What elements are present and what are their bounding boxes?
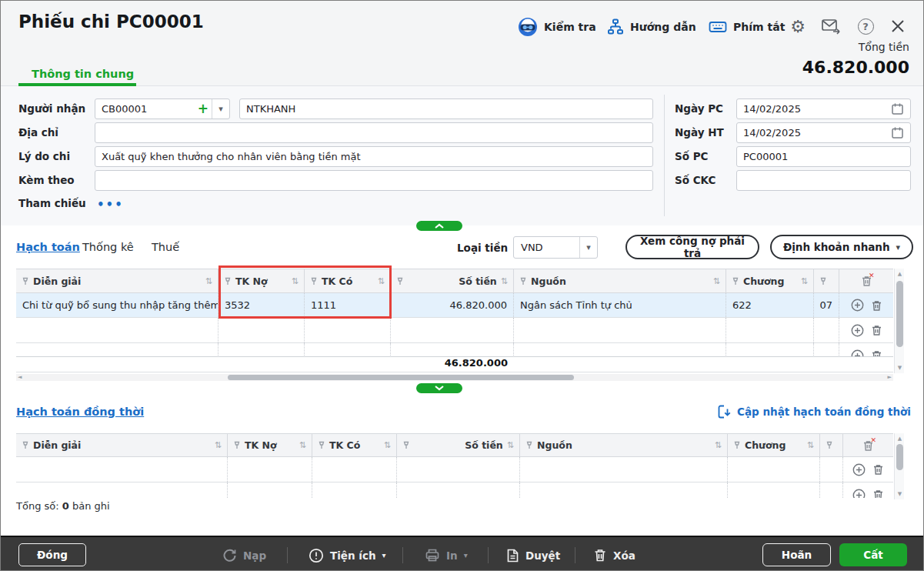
attachment-field[interactable]: [95, 170, 653, 191]
calendar-icon[interactable]: [891, 126, 904, 139]
accounting-row-empty[interactable]: [16, 318, 893, 343]
simultaneous-row-empty[interactable]: [16, 457, 893, 483]
vertical-scroll-thumb[interactable]: [896, 281, 903, 347]
expand-section-button[interactable]: [416, 383, 462, 393]
sort-icon[interactable]: ⇅: [205, 276, 212, 286]
cell-so-tien[interactable]: 46.820.000: [391, 293, 514, 317]
horizontal-scroll-thumb[interactable]: [228, 375, 574, 380]
scroll-down-icon[interactable]: ▼: [895, 491, 905, 497]
sort-icon[interactable]: ⇅: [292, 276, 299, 286]
delete-all-rows-icon[interactable]: ✕: [861, 275, 872, 287]
col-tk-no[interactable]: TK Nợ ⇅: [218, 269, 305, 292]
col-nguon[interactable]: Nguồn ⇅: [520, 434, 728, 456]
delete-row-icon[interactable]: [871, 324, 882, 336]
add-row-icon[interactable]: [851, 299, 864, 312]
sort-icon[interactable]: ⇅: [507, 440, 514, 450]
currency-select[interactable]: VND ▾: [513, 236, 598, 259]
delete-row-icon[interactable]: [871, 349, 882, 356]
pin-icon[interactable]: [826, 441, 833, 449]
voucher-no-field[interactable]: [736, 146, 911, 167]
col-chuong[interactable]: Chương ⇅: [728, 434, 820, 456]
scroll-down-icon[interactable]: ▼: [895, 365, 905, 371]
add-row-icon[interactable]: [852, 489, 866, 499]
scroll-up-icon[interactable]: ▲: [895, 271, 905, 277]
scroll-right-icon[interactable]: ►: [888, 374, 892, 381]
pin-icon[interactable]: [224, 277, 232, 286]
add-row-icon[interactable]: [851, 324, 864, 337]
simultaneous-section-link[interactable]: Hạch toán đồng thời: [16, 406, 144, 418]
pin-icon[interactable]: [525, 441, 533, 449]
recipient-dropdown-caret-icon[interactable]: ▾: [212, 104, 229, 114]
utilities-button[interactable]: Tiện ích ▾: [309, 537, 386, 571]
sort-icon[interactable]: ⇅: [713, 276, 720, 286]
postpone-button[interactable]: Hoãn: [762, 543, 831, 566]
cell-nguon[interactable]: Ngân sách Tỉnh tự chủ: [514, 293, 726, 317]
voucher-date-field[interactable]: 14/02/2025: [736, 99, 911, 119]
delete-row-icon[interactable]: [871, 299, 882, 312]
delete-all-rows-icon[interactable]: ✕: [862, 439, 874, 452]
tab-hach-toan[interactable]: Hạch toán: [16, 241, 80, 253]
sort-icon[interactable]: ⇅: [715, 440, 722, 450]
tab-thue[interactable]: Thuế: [152, 241, 179, 253]
posting-date-field[interactable]: 14/02/2025: [736, 122, 911, 143]
cell-tk-no[interactable]: 3532: [218, 293, 305, 317]
col-so-tien[interactable]: Số tiền ⇅: [391, 269, 514, 292]
help-icon[interactable]: ?: [856, 16, 876, 36]
sort-icon[interactable]: ⇅: [807, 440, 814, 450]
approve-button[interactable]: Duyệt: [506, 537, 560, 571]
check-button[interactable]: Kiểm tra: [518, 16, 596, 37]
print-button[interactable]: In ▾: [425, 537, 468, 571]
sort-icon[interactable]: ⇅: [384, 440, 391, 450]
scroll-left-icon[interactable]: ◄: [18, 374, 22, 381]
add-row-icon[interactable]: [851, 349, 864, 357]
sort-icon[interactable]: ⇅: [801, 276, 808, 286]
collapse-section-button[interactable]: [416, 221, 462, 231]
tab-thong-ke[interactable]: Thống kê: [82, 241, 134, 253]
pin-icon[interactable]: [310, 277, 318, 286]
col-dien-giai[interactable]: Diễn giải ⇅: [16, 269, 218, 292]
view-payables-button[interactable]: Xem công nợ phải trả: [625, 235, 759, 259]
pin-icon[interactable]: [22, 277, 29, 286]
cell-tk-co[interactable]: 1111: [305, 293, 391, 317]
col-tk-no[interactable]: TK Nợ ⇅: [228, 434, 312, 456]
col-pinned[interactable]: [814, 269, 839, 292]
col-so-tien[interactable]: Số tiền ⇅: [397, 434, 520, 456]
pin-icon[interactable]: [396, 277, 404, 286]
scroll-up-icon[interactable]: ▲: [895, 436, 905, 442]
address-field[interactable]: [95, 122, 653, 143]
sort-icon[interactable]: ⇅: [501, 276, 508, 286]
col-dien-giai[interactable]: Diễn giải ⇅: [16, 434, 228, 456]
pin-icon[interactable]: [402, 441, 410, 449]
quick-entry-button[interactable]: Định khoản nhanh ▾: [770, 235, 913, 259]
reason-field[interactable]: [95, 146, 653, 167]
tab-general-info[interactable]: Thông tin chung: [32, 68, 134, 80]
calendar-icon[interactable]: [891, 102, 904, 115]
pin-icon[interactable]: [233, 441, 241, 449]
pin-icon[interactable]: [22, 441, 29, 449]
cell-dien-giai[interactable]: Chi từ quỹ bổ sung thu nhập tăng thêm: [16, 293, 218, 317]
delete-row-icon[interactable]: [872, 489, 884, 498]
vertical-scroll-thumb[interactable]: [896, 444, 903, 470]
add-recipient-icon[interactable]: +: [195, 102, 212, 115]
pin-icon[interactable]: [519, 277, 527, 286]
pin-icon[interactable]: [819, 277, 827, 286]
reload-button[interactable]: Nạp: [222, 537, 266, 571]
shortcut-button[interactable]: Phím tắt: [709, 16, 785, 37]
add-row-icon[interactable]: [852, 463, 866, 476]
cell-chuong[interactable]: 622: [726, 293, 814, 317]
send-mail-icon[interactable]: [821, 16, 841, 36]
settings-gear-icon[interactable]: ⚙: [788, 16, 808, 36]
col-nguon[interactable]: Nguồn ⇅: [514, 269, 726, 292]
sort-icon[interactable]: ⇅: [299, 440, 306, 450]
pin-icon[interactable]: [318, 441, 325, 449]
cell-khoan[interactable]: 07: [814, 293, 839, 317]
recipient-name-field[interactable]: [239, 99, 653, 119]
guide-button[interactable]: Hướng dẫn: [607, 16, 696, 37]
col-tk-co[interactable]: TK Có ⇅: [305, 269, 391, 292]
close-button[interactable]: Đóng: [18, 543, 86, 566]
close-icon[interactable]: [888, 16, 908, 36]
col-tk-co[interactable]: TK Có ⇅: [312, 434, 397, 456]
sort-icon[interactable]: ⇅: [215, 440, 222, 450]
pin-icon[interactable]: [732, 277, 739, 286]
col-pinned[interactable]: [820, 434, 843, 456]
